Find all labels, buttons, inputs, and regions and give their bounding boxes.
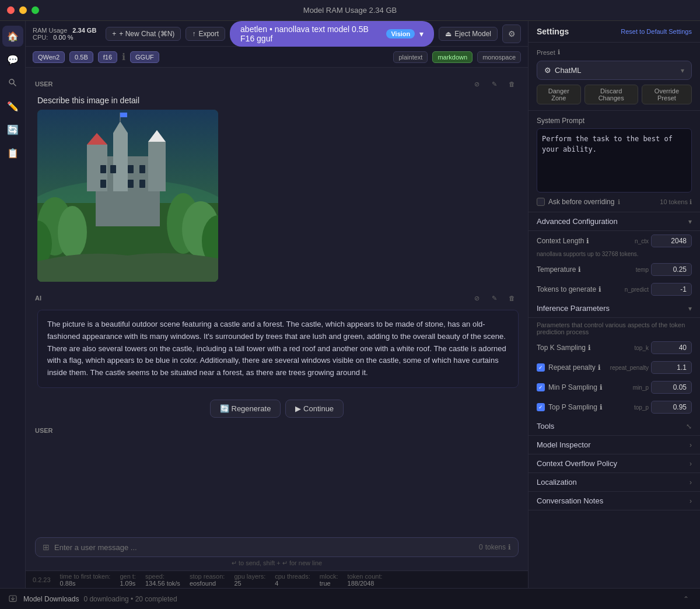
export-button[interactable]: ↑ Export bbox=[186, 27, 225, 41]
tools-header[interactable]: Tools ⤡ bbox=[528, 417, 700, 436]
delete-message-button[interactable]: 🗑 bbox=[505, 77, 519, 91]
temp-value-input[interactable] bbox=[651, 263, 692, 276]
sidebar-icon-chat[interactable]: 💬 bbox=[2, 49, 23, 70]
regenerate-button[interactable]: 🔄 Regenerate bbox=[210, 400, 281, 418]
tag-gguf[interactable]: GGUF bbox=[130, 51, 159, 63]
cpu-usage-label: CPU: 0.00 % bbox=[33, 34, 96, 41]
minp-row: ✓ Min P Sampling ℹ min_p bbox=[528, 377, 700, 397]
model-pill[interactable]: abetlen • nanollava text model 0.5B F16 … bbox=[230, 21, 434, 47]
context-length-label: Context Length ℹ bbox=[537, 237, 589, 245]
tokens-info-icon[interactable]: ℹ bbox=[690, 198, 692, 206]
context-overflow-chevron: › bbox=[690, 460, 692, 468]
temp-info-icon[interactable]: ℹ bbox=[578, 265, 581, 274]
copy-message-button[interactable]: ⊘ bbox=[470, 77, 484, 91]
f16-info-icon[interactable]: ℹ bbox=[122, 51, 125, 62]
sidebar-icon-home[interactable]: 🏠 bbox=[2, 26, 23, 47]
preset-selector[interactable]: ⚙ ChatML ▾ bbox=[537, 61, 692, 80]
repeat-info-icon[interactable]: ℹ bbox=[598, 363, 601, 372]
topk-value-input[interactable] bbox=[651, 341, 692, 354]
user-label: USER bbox=[35, 80, 53, 88]
version-number: 0.2.23 bbox=[33, 576, 51, 583]
sidebar-icon-edit[interactable]: ✏️ bbox=[2, 96, 23, 117]
npredict-info-icon[interactable]: ℹ bbox=[598, 285, 601, 293]
svg-rect-8 bbox=[148, 142, 166, 191]
preset-chevron-icon: ▾ bbox=[681, 66, 684, 75]
edit-message-button[interactable]: ✎ bbox=[487, 77, 501, 91]
ask-before-row: Ask before overriding ℹ 10 tokens ℹ bbox=[537, 198, 692, 206]
repeat-value-input[interactable] bbox=[651, 361, 692, 374]
override-preset-button[interactable]: Override Preset bbox=[642, 85, 692, 104]
minimize-button[interactable] bbox=[19, 6, 27, 14]
conversation-notes-label: Conversation Notes bbox=[537, 496, 603, 505]
ask-info-icon[interactable]: ℹ bbox=[618, 198, 620, 206]
model-dropdown-icon: ▾ bbox=[419, 29, 424, 38]
tag-f16[interactable]: f16 bbox=[98, 51, 117, 63]
npredict-value-input[interactable] bbox=[651, 283, 692, 296]
ai-copy-button[interactable]: ⊘ bbox=[470, 291, 484, 305]
advanced-config-row[interactable]: Advanced Configuration ▾ bbox=[528, 212, 700, 231]
close-button[interactable] bbox=[7, 6, 15, 14]
discard-changes-button[interactable]: Discard Changes bbox=[584, 85, 638, 104]
new-chat-button[interactable]: + + New Chat (⌘N) bbox=[106, 27, 181, 41]
input-box: ⊞ 0 tokens ℹ bbox=[35, 537, 519, 557]
token-count-display: 0 tokens ℹ bbox=[479, 543, 511, 551]
cpu-value: 0.00 % bbox=[53, 34, 73, 41]
vision-badge: Vision bbox=[386, 29, 415, 38]
tag-markdown[interactable]: markdown bbox=[432, 51, 473, 63]
context-info-icon[interactable]: ℹ bbox=[586, 237, 589, 245]
model-inspector-row[interactable]: Model Inspector › bbox=[528, 436, 700, 454]
expand-downloads-button[interactable]: ⌃ bbox=[679, 592, 693, 606]
settings-icon[interactable]: ⚙ bbox=[502, 24, 521, 43]
reset-defaults-button[interactable]: Reset to Default Settings bbox=[621, 28, 692, 35]
tag-size[interactable]: 0.5B bbox=[69, 51, 93, 63]
sidebar-icon-search[interactable] bbox=[2, 72, 23, 93]
conversation-notes-row[interactable]: Conversation Notes › bbox=[528, 492, 700, 510]
settings-panel: Settings Reset to Default Settings Prese… bbox=[528, 21, 700, 588]
tag-monospace[interactable]: monospace bbox=[477, 51, 521, 63]
context-value-input[interactable] bbox=[651, 235, 692, 247]
tag-qwen2[interactable]: QWen2 bbox=[33, 51, 65, 63]
sidebar-icon-docs[interactable]: 📋 bbox=[2, 142, 23, 163]
message-input[interactable] bbox=[54, 543, 474, 552]
temp-key: temp bbox=[636, 267, 649, 273]
ram-value: 2.34 GB bbox=[72, 27, 96, 34]
token-info-icon[interactable]: ℹ bbox=[508, 543, 511, 551]
ai-edit-button[interactable]: ✎ bbox=[487, 291, 501, 305]
inference-params-header[interactable]: Inference Parameters ▾ bbox=[528, 299, 700, 318]
sidebar-icon-sync[interactable]: 🔄 bbox=[2, 119, 23, 140]
danger-zone-button[interactable]: Danger Zone bbox=[537, 85, 581, 104]
eject-model-button[interactable]: ⏏ Eject Model bbox=[439, 27, 498, 41]
ai-delete-button[interactable]: 🗑 bbox=[505, 291, 519, 305]
model-inspector-chevron: › bbox=[690, 441, 692, 449]
castle-image-container bbox=[37, 110, 218, 282]
minp-info-icon[interactable]: ℹ bbox=[600, 383, 603, 391]
topk-info-icon[interactable]: ℹ bbox=[588, 344, 591, 352]
localization-row[interactable]: Localization › bbox=[528, 473, 700, 492]
ask-before-label: Ask before overriding bbox=[548, 198, 614, 206]
repeat-penalty-checkbox[interactable]: ✓ bbox=[537, 363, 545, 372]
context-note: nanollava supports up to 32768 tokens. bbox=[528, 251, 700, 260]
system-prompt-textarea[interactable] bbox=[537, 128, 692, 192]
context-overflow-row[interactable]: Context Overflow Policy › bbox=[528, 454, 700, 473]
model-name: abetlen • nanollava text model 0.5B F16 … bbox=[240, 24, 382, 43]
main-area: RAM Usage 2.34 GB CPU: 0.00 % + + New Ch… bbox=[26, 21, 528, 588]
tag-plaintext[interactable]: plaintext bbox=[393, 51, 428, 63]
download-status: 0 downloading • 20 completed bbox=[83, 595, 177, 603]
continue-button[interactable]: ▶ Continue bbox=[285, 400, 344, 418]
topp-key: top_p bbox=[634, 404, 649, 411]
ask-before-checkbox[interactable] bbox=[537, 198, 545, 206]
topp-info-icon[interactable]: ℹ bbox=[600, 403, 603, 411]
minp-checkbox[interactable]: ✓ bbox=[537, 383, 545, 391]
localization-label: Localization bbox=[537, 478, 577, 487]
maximize-button[interactable] bbox=[32, 6, 39, 14]
minp-value-input[interactable] bbox=[651, 381, 692, 394]
user-message-group: USER ⊘ ✎ 🗑 Describe this image in detail bbox=[35, 77, 519, 282]
advanced-config-label: Advanced Configuration bbox=[537, 217, 618, 226]
topp-value-input[interactable] bbox=[651, 401, 692, 414]
topp-checkbox[interactable]: ✓ bbox=[537, 403, 545, 411]
preset-section: Preset ℹ ⚙ ChatML ▾ Danger Zone Discard … bbox=[528, 43, 700, 111]
attachment-icon[interactable]: ⊞ bbox=[43, 542, 50, 552]
input-area: ⊞ 0 tokens ℹ ↵ to send, shift + ↵ for ne… bbox=[26, 533, 528, 570]
app-layout: 🏠 💬 ✏️ 🔄 📋 RAM Usage 2.34 GB CPU: 0.00 % bbox=[0, 21, 700, 588]
preset-info-icon[interactable]: ℹ bbox=[558, 48, 560, 56]
